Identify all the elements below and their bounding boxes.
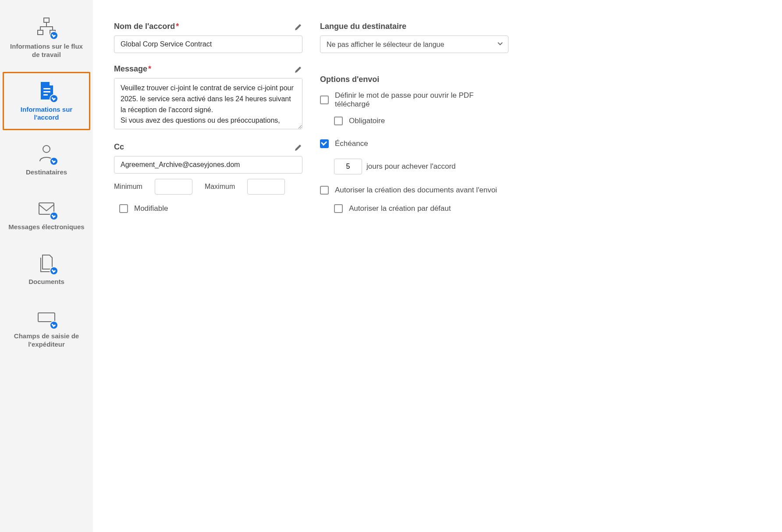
authoring-label: Autoriser la création des documents avan… [335,186,497,195]
sidebar-item-emails[interactable]: Messages électroniques [3,189,90,240]
authoring-checkbox[interactable] [320,186,329,195]
svg-rect-1 [38,30,43,35]
agreement-name-group: Nom de l'accord* [114,22,302,53]
document-page-icon [36,80,57,102]
sidebar-item-label: Champs de saisie de l'expéditeur [7,332,85,349]
message-textarea[interactable] [114,78,302,129]
maximum-input[interactable] [247,179,285,195]
editable-label: Modifiable [134,204,168,213]
deadline-days-suffix: jours pour achever l'accord [366,162,456,171]
sidebar-item-recipients[interactable]: Destinataires [3,135,90,185]
authoring-default-checkbox[interactable] [334,204,343,213]
form-field-icon [36,307,57,329]
sidebar-item-workflow-info[interactable]: Informations sur le flux de travail [3,9,90,67]
sidebar-item-label: Destinataires [26,168,67,177]
password-label: Définir le mot de passe pour ouvrir le P… [335,91,508,109]
edit-icon[interactable] [295,65,302,73]
message-group: Message* [114,64,302,131]
password-checkbox[interactable] [320,96,329,104]
cc-label: Cc [114,142,124,152]
deadline-days-input[interactable] [334,159,362,174]
person-icon [36,143,57,165]
documents-icon [36,252,57,274]
message-label: Message* [114,64,151,74]
minimum-input[interactable] [155,179,192,195]
workflow-icon [36,17,57,39]
sidebar: Informations sur le flux de travail Info… [0,0,93,532]
sidebar-item-label: Documents [28,278,64,286]
recipient-language-select[interactable]: Ne pas afficher le sélecteur de langue [320,35,508,53]
envelope-icon [36,198,57,220]
sidebar-item-sender-fields[interactable]: Champs de saisie de l'expéditeur [3,298,90,357]
edit-icon[interactable] [295,23,302,31]
minimum-label: Minimum [114,183,142,191]
deadline-checkbox[interactable] [320,139,329,148]
sidebar-item-documents[interactable]: Documents [3,244,90,294]
edit-icon[interactable] [295,143,302,151]
svg-rect-8 [38,313,55,322]
agreement-name-input[interactable] [114,35,302,53]
maximum-label: Maximum [205,183,235,191]
left-column: Nom de l'accord* Message* Cc [114,22,302,519]
authoring-default-label: Autoriser la création par défaut [349,204,451,213]
cc-input[interactable] [114,156,302,174]
right-column: Langue du destinataire Ne pas afficher l… [320,22,508,519]
sidebar-item-label: Messages électroniques [8,223,84,231]
password-required-label: Obligatoire [349,117,385,125]
sidebar-item-agreement-info[interactable]: Informations sur l'accord [3,72,90,131]
cc-group: Cc Minimum Maximum Modifiable [114,142,302,221]
svg-rect-5 [43,94,48,96]
send-options-title: Options d'envoi [320,75,508,84]
sidebar-item-label: Informations sur l'accord [7,106,85,122]
deadline-label: Échéance [335,139,368,148]
svg-rect-0 [44,18,49,22]
sidebar-item-label: Informations sur le flux de travail [7,43,85,59]
svg-point-6 [43,145,50,153]
agreement-name-label: Nom de l'accord* [114,22,179,31]
password-required-checkbox[interactable] [334,117,343,125]
svg-rect-4 [43,91,50,92]
editable-checkbox[interactable] [119,204,128,213]
recipient-language-group: Langue du destinataire Ne pas afficher l… [320,22,508,53]
svg-rect-3 [43,88,50,89]
main-content: Nom de l'accord* Message* Cc [93,0,782,532]
recipient-language-label: Langue du destinataire [320,22,406,31]
